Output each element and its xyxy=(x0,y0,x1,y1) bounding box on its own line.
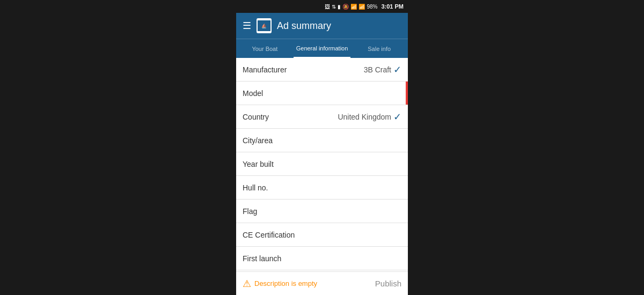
image-icon: 🖼 xyxy=(325,4,330,10)
signal-icon: 📶 xyxy=(358,4,365,10)
check-manufacturer: ✓ xyxy=(393,64,401,76)
wifi-icon: 📶 xyxy=(350,4,357,10)
tab-sale-info[interactable]: Sale info xyxy=(350,39,408,58)
row-model[interactable]: Model xyxy=(236,82,408,105)
tab-general-info[interactable]: General information xyxy=(294,39,351,58)
label-year-built: Year built xyxy=(243,160,401,168)
row-flag[interactable]: Flag xyxy=(236,200,408,223)
phone-frame: 🖼 ⇅ ▮ 🔕 📶 📶 98% 3:01 PM ☰ ⛵ Ad summary Y… xyxy=(236,0,408,295)
warning-icon: ⚠ xyxy=(243,278,251,290)
bottom-bar: ⚠ Description is empty Publish xyxy=(236,271,408,295)
label-city: City/area xyxy=(243,136,401,145)
form-content: Manufacturer 3B Craft ✓ Model Country Un… xyxy=(236,58,408,271)
hamburger-icon[interactable]: ☰ xyxy=(243,20,251,32)
clock: 3:01 PM xyxy=(381,3,404,10)
app-bar: ☰ ⛵ Ad summary xyxy=(236,13,408,39)
row-year-built[interactable]: Year built xyxy=(236,152,408,176)
mute-icon: 🔕 xyxy=(342,4,349,10)
tabs-bar: Your Boat General information Sale info xyxy=(236,39,408,58)
label-model: Model xyxy=(243,89,401,98)
app-logo: ⛵ xyxy=(257,18,272,33)
label-ce-cert: CE Certification xyxy=(243,231,401,239)
label-flag: Flag xyxy=(243,207,401,216)
usb-icon: ⇅ xyxy=(332,4,336,10)
publish-button[interactable]: Publish xyxy=(375,279,401,288)
row-ce-cert[interactable]: CE Certification xyxy=(236,223,408,247)
label-hull-no: Hull no. xyxy=(243,183,401,192)
status-icons: 🖼 ⇅ ▮ 🔕 📶 📶 98% 3:01 PM xyxy=(325,3,404,10)
check-country: ✓ xyxy=(393,111,401,123)
row-hull-no[interactable]: Hull no. xyxy=(236,176,408,200)
value-country: United Kingdom xyxy=(338,113,391,121)
row-country[interactable]: Country United Kingdom ✓ xyxy=(236,105,408,129)
value-manufacturer: 3B Craft xyxy=(364,65,391,74)
warning-text: Description is empty xyxy=(254,279,375,287)
app-logo-inner: ⛵ xyxy=(258,20,270,31)
app-title: Ad summary xyxy=(277,20,401,32)
row-first-launch[interactable]: First launch xyxy=(236,247,408,270)
battery-level: 98% xyxy=(367,4,377,10)
label-manufacturer: Manufacturer xyxy=(243,65,364,74)
label-country: Country xyxy=(243,113,338,121)
battery-charging-icon: ▮ xyxy=(338,4,341,10)
row-city[interactable]: City/area xyxy=(236,129,408,152)
tab-your-boat[interactable]: Your Boat xyxy=(236,39,294,58)
label-first-launch: First launch xyxy=(243,254,401,263)
row-manufacturer[interactable]: Manufacturer 3B Craft ✓ xyxy=(236,58,408,82)
status-bar: 🖼 ⇅ ▮ 🔕 📶 📶 98% 3:01 PM xyxy=(236,0,408,13)
